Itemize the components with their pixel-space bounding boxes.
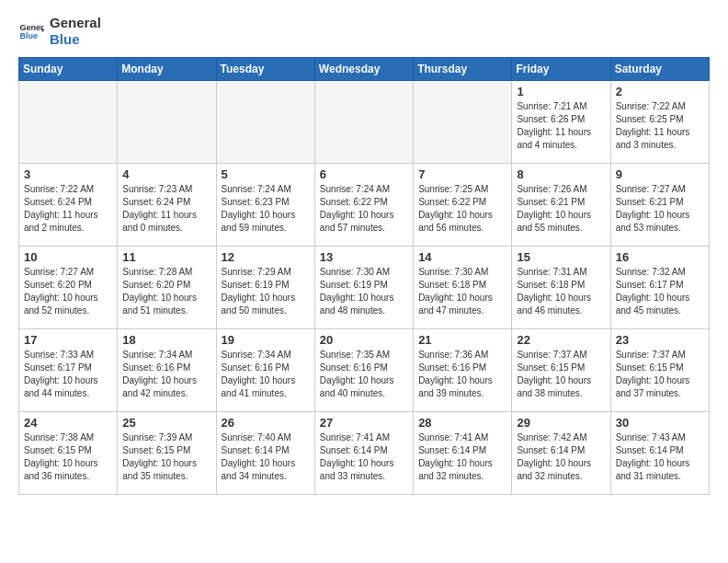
day-number: 2 <box>616 85 704 98</box>
day-number: 28 <box>418 416 506 430</box>
day-number: 26 <box>222 416 310 430</box>
day-cell: 11Sunrise: 7:28 AM Sunset: 6:20 PM Dayli… <box>118 247 216 329</box>
day-number: 11 <box>122 250 210 264</box>
calendar: SundayMondayTuesdayWednesdayThursdayFrid… <box>18 57 710 495</box>
day-cell: 9Sunrise: 7:27 AM Sunset: 6:21 PM Daylig… <box>610 164 709 247</box>
day-cell: 24Sunrise: 7:38 AM Sunset: 6:15 PM Dayli… <box>19 412 118 495</box>
day-cell: 29Sunrise: 7:42 AM Sunset: 6:14 PM Dayli… <box>512 412 610 495</box>
logo-blue: Blue <box>50 31 101 48</box>
day-number: 23 <box>616 333 704 347</box>
day-number: 1 <box>517 85 605 98</box>
day-cell: 1Sunrise: 7:21 AM Sunset: 6:26 PM Daylig… <box>512 81 610 164</box>
weekday-header-thursday: Thursday <box>414 58 512 81</box>
day-number: 4 <box>122 167 210 181</box>
day-info: Sunrise: 7:37 AM Sunset: 6:15 PM Dayligh… <box>616 349 704 400</box>
day-number: 3 <box>24 167 112 181</box>
day-info: Sunrise: 7:24 AM Sunset: 6:22 PM Dayligh… <box>320 183 408 235</box>
day-number: 21 <box>418 333 506 347</box>
day-cell: 17Sunrise: 7:33 AM Sunset: 6:17 PM Dayli… <box>19 329 118 412</box>
day-info: Sunrise: 7:32 AM Sunset: 6:17 PM Dayligh… <box>616 266 704 317</box>
svg-text:General: General <box>19 23 44 32</box>
day-number: 18 <box>122 333 210 347</box>
day-info: Sunrise: 7:39 AM Sunset: 6:15 PM Dayligh… <box>122 431 210 483</box>
day-info: Sunrise: 7:40 AM Sunset: 6:14 PM Dayligh… <box>222 431 310 483</box>
day-cell <box>216 81 314 164</box>
day-cell: 18Sunrise: 7:34 AM Sunset: 6:16 PM Dayli… <box>118 329 216 412</box>
day-number: 24 <box>24 416 112 430</box>
day-cell: 3Sunrise: 7:22 AM Sunset: 6:24 PM Daylig… <box>19 164 118 247</box>
day-number: 29 <box>517 416 605 430</box>
day-cell: 13Sunrise: 7:30 AM Sunset: 6:19 PM Dayli… <box>314 247 413 329</box>
day-number: 14 <box>418 250 506 264</box>
day-info: Sunrise: 7:34 AM Sunset: 6:16 PM Dayligh… <box>222 349 310 400</box>
day-info: Sunrise: 7:27 AM Sunset: 6:21 PM Dayligh… <box>616 183 704 235</box>
weekday-header-monday: Monday <box>118 58 216 81</box>
day-cell: 21Sunrise: 7:36 AM Sunset: 6:16 PM Dayli… <box>414 329 512 412</box>
day-number: 20 <box>320 333 408 347</box>
logo-icon: General Blue <box>18 18 44 44</box>
weekday-header-tuesday: Tuesday <box>216 58 314 81</box>
week-row-1: 3Sunrise: 7:22 AM Sunset: 6:24 PM Daylig… <box>19 164 710 247</box>
day-info: Sunrise: 7:42 AM Sunset: 6:14 PM Dayligh… <box>517 431 605 483</box>
weekday-header-row: SundayMondayTuesdayWednesdayThursdayFrid… <box>19 58 710 81</box>
day-info: Sunrise: 7:25 AM Sunset: 6:22 PM Dayligh… <box>418 183 506 235</box>
header: General Blue General Blue <box>18 15 710 48</box>
day-cell <box>414 81 512 164</box>
weekday-header-sunday: Sunday <box>19 58 118 81</box>
day-info: Sunrise: 7:43 AM Sunset: 6:14 PM Dayligh… <box>616 431 704 483</box>
day-cell: 19Sunrise: 7:34 AM Sunset: 6:16 PM Dayli… <box>216 329 314 412</box>
day-info: Sunrise: 7:29 AM Sunset: 6:19 PM Dayligh… <box>222 266 310 317</box>
day-cell: 8Sunrise: 7:26 AM Sunset: 6:21 PM Daylig… <box>512 164 610 247</box>
day-number: 9 <box>616 167 704 181</box>
day-cell: 10Sunrise: 7:27 AM Sunset: 6:20 PM Dayli… <box>19 247 118 329</box>
logo: General Blue General Blue <box>18 15 101 48</box>
week-row-3: 17Sunrise: 7:33 AM Sunset: 6:17 PM Dayli… <box>19 329 710 412</box>
day-info: Sunrise: 7:37 AM Sunset: 6:15 PM Dayligh… <box>517 349 605 400</box>
day-cell: 28Sunrise: 7:41 AM Sunset: 6:14 PM Dayli… <box>414 412 512 495</box>
logo-text: General <box>50 15 101 31</box>
day-info: Sunrise: 7:30 AM Sunset: 6:19 PM Dayligh… <box>320 266 408 317</box>
day-number: 5 <box>222 167 310 181</box>
day-number: 27 <box>320 416 408 430</box>
day-number: 19 <box>222 333 310 347</box>
day-number: 10 <box>24 250 112 264</box>
day-number: 30 <box>616 416 704 430</box>
day-cell: 30Sunrise: 7:43 AM Sunset: 6:14 PM Dayli… <box>610 412 709 495</box>
weekday-header-friday: Friday <box>512 58 610 81</box>
day-number: 16 <box>616 250 704 264</box>
day-info: Sunrise: 7:21 AM Sunset: 6:26 PM Dayligh… <box>517 100 605 152</box>
day-info: Sunrise: 7:33 AM Sunset: 6:17 PM Dayligh… <box>24 349 112 400</box>
day-cell: 20Sunrise: 7:35 AM Sunset: 6:16 PM Dayli… <box>314 329 413 412</box>
day-info: Sunrise: 7:35 AM Sunset: 6:16 PM Dayligh… <box>320 349 408 400</box>
day-cell <box>314 81 413 164</box>
weekday-header-wednesday: Wednesday <box>314 58 413 81</box>
day-info: Sunrise: 7:36 AM Sunset: 6:16 PM Dayligh… <box>418 349 506 400</box>
day-info: Sunrise: 7:41 AM Sunset: 6:14 PM Dayligh… <box>418 431 506 483</box>
day-cell: 14Sunrise: 7:30 AM Sunset: 6:18 PM Dayli… <box>414 247 512 329</box>
day-info: Sunrise: 7:24 AM Sunset: 6:23 PM Dayligh… <box>222 183 310 235</box>
day-info: Sunrise: 7:34 AM Sunset: 6:16 PM Dayligh… <box>122 349 210 400</box>
day-info: Sunrise: 7:26 AM Sunset: 6:21 PM Dayligh… <box>517 183 605 235</box>
day-info: Sunrise: 7:30 AM Sunset: 6:18 PM Dayligh… <box>418 266 506 317</box>
day-cell: 15Sunrise: 7:31 AM Sunset: 6:18 PM Dayli… <box>512 247 610 329</box>
day-cell: 5Sunrise: 7:24 AM Sunset: 6:23 PM Daylig… <box>216 164 314 247</box>
day-cell <box>118 81 216 164</box>
day-info: Sunrise: 7:22 AM Sunset: 6:24 PM Dayligh… <box>24 183 112 235</box>
day-cell: 6Sunrise: 7:24 AM Sunset: 6:22 PM Daylig… <box>314 164 413 247</box>
page: General Blue General Blue SundayMondayTu… <box>0 0 728 510</box>
day-cell: 4Sunrise: 7:23 AM Sunset: 6:24 PM Daylig… <box>118 164 216 247</box>
svg-text:Blue: Blue <box>19 31 38 40</box>
day-number: 22 <box>517 333 605 347</box>
day-cell: 16Sunrise: 7:32 AM Sunset: 6:17 PM Dayli… <box>610 247 709 329</box>
day-number: 17 <box>24 333 112 347</box>
day-info: Sunrise: 7:28 AM Sunset: 6:20 PM Dayligh… <box>122 266 210 317</box>
day-cell: 23Sunrise: 7:37 AM Sunset: 6:15 PM Dayli… <box>610 329 709 412</box>
day-info: Sunrise: 7:27 AM Sunset: 6:20 PM Dayligh… <box>24 266 112 317</box>
day-cell: 22Sunrise: 7:37 AM Sunset: 6:15 PM Dayli… <box>512 329 610 412</box>
day-info: Sunrise: 7:41 AM Sunset: 6:14 PM Dayligh… <box>320 431 408 483</box>
day-cell: 7Sunrise: 7:25 AM Sunset: 6:22 PM Daylig… <box>414 164 512 247</box>
day-number: 13 <box>320 250 408 264</box>
day-number: 7 <box>418 167 506 181</box>
day-cell: 27Sunrise: 7:41 AM Sunset: 6:14 PM Dayli… <box>314 412 413 495</box>
day-number: 25 <box>122 416 210 430</box>
